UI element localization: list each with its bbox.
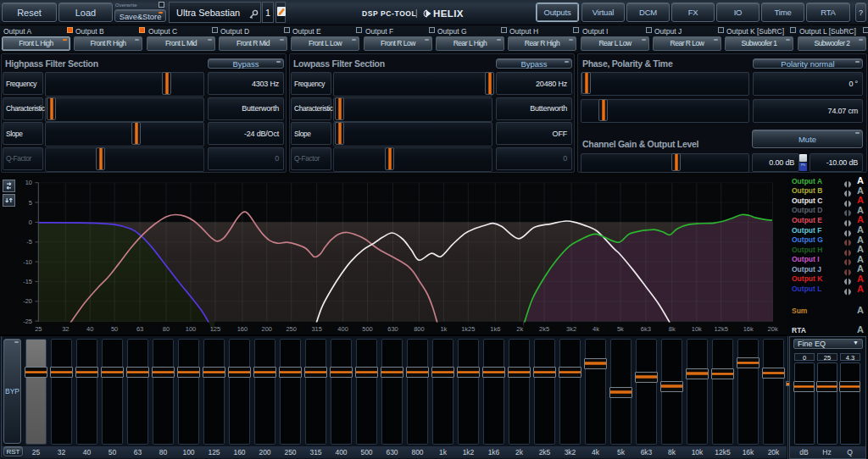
svg-text:800: 800 <box>414 325 425 333</box>
svg-text:315: 315 <box>311 325 322 333</box>
svg-text:160: 160 <box>237 325 248 333</box>
svg-text:10: 10 <box>25 179 32 186</box>
svg-text:-15: -15 <box>23 278 32 285</box>
svg-text:16k: 16k <box>743 325 754 333</box>
svg-text:80: 80 <box>163 325 170 333</box>
svg-text:40: 40 <box>86 325 93 333</box>
svg-text:2k5: 2k5 <box>539 325 549 333</box>
svg-text:250: 250 <box>286 325 297 333</box>
svg-text:630: 630 <box>387 325 398 333</box>
svg-text:-25: -25 <box>23 318 32 325</box>
svg-text:63: 63 <box>136 325 143 333</box>
svg-text:5: 5 <box>29 199 32 207</box>
svg-text:32: 32 <box>62 325 69 333</box>
svg-text:-20: -20 <box>23 297 32 305</box>
svg-text:1k: 1k <box>440 325 447 333</box>
svg-text:-10: -10 <box>23 258 32 266</box>
svg-text:20k: 20k <box>768 325 778 333</box>
svg-text:50: 50 <box>111 325 118 333</box>
svg-text:0: 0 <box>29 218 32 226</box>
svg-text:1k25: 1k25 <box>461 325 475 333</box>
svg-text:200: 200 <box>262 325 273 333</box>
svg-text:8k: 8k <box>669 325 676 333</box>
svg-text:6k3: 6k3 <box>641 325 651 333</box>
svg-text:400: 400 <box>337 325 348 333</box>
svg-text:5k: 5k <box>617 325 624 333</box>
svg-text:-5: -5 <box>26 238 32 246</box>
svg-text:12k5: 12k5 <box>715 325 728 333</box>
svg-text:10k: 10k <box>692 325 702 333</box>
svg-text:100: 100 <box>186 325 197 333</box>
svg-text:500: 500 <box>362 325 373 333</box>
svg-text:125: 125 <box>210 325 221 333</box>
svg-text:3k2: 3k2 <box>566 325 576 333</box>
svg-text:1k6: 1k6 <box>490 325 500 333</box>
svg-text:25: 25 <box>35 325 42 333</box>
svg-text:2k: 2k <box>516 325 523 333</box>
svg-text:4k: 4k <box>593 325 599 333</box>
